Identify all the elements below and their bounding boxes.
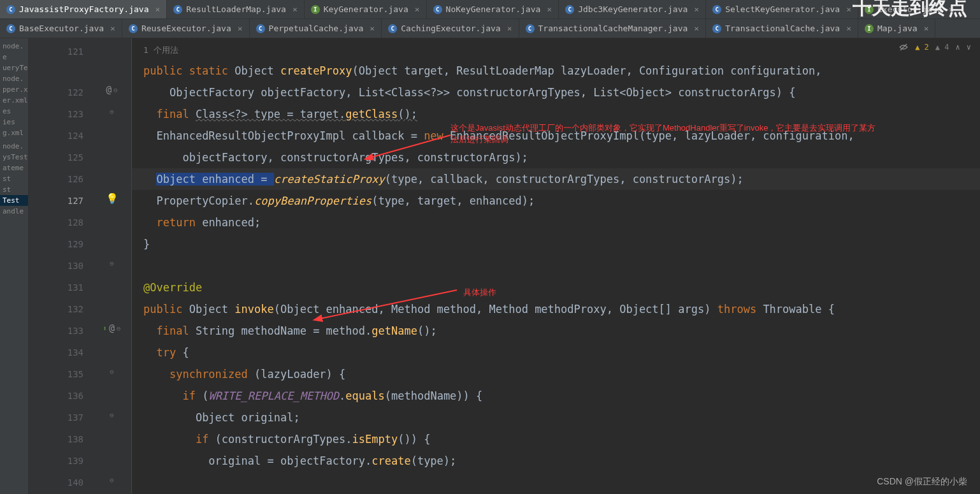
fold-icon[interactable]: ⊖	[110, 108, 114, 116]
project-item[interactable]: ies	[0, 117, 28, 127]
close-icon[interactable]: ×	[110, 24, 115, 33]
line-number[interactable]: 124	[29, 125, 92, 147]
project-item[interactable]: ysTest	[0, 152, 28, 163]
line-number[interactable]: 139	[29, 450, 92, 472]
fold-icon[interactable]: ⊖	[110, 368, 114, 376]
file-tab[interactable]: CBaseExecutor.java×	[0, 19, 122, 38]
gutter-marks[interactable]	[92, 166, 131, 187]
gutter-marks[interactable]	[92, 209, 131, 231]
file-tab[interactable]: IKeyGenerator.java×	[305, 0, 427, 18]
file-tab[interactable]: CJdbc3KeyGenerator.java×	[559, 0, 706, 18]
project-item[interactable]: st	[0, 184, 28, 195]
file-tab[interactable]: CSelectKeyGenerator.java×	[706, 0, 858, 18]
close-icon[interactable]: ×	[415, 4, 420, 14]
file-tab[interactable]: CResultLoaderMap.java×	[167, 0, 304, 18]
gutter-marks[interactable]	[92, 122, 131, 144]
line-number[interactable]: 126	[29, 168, 92, 190]
gutter-marks[interactable]: ⊖	[92, 404, 131, 426]
line-number[interactable]: 125	[29, 147, 92, 168]
gutter-marks[interactable]: ⊖	[92, 361, 131, 382]
close-icon[interactable]: ×	[924, 24, 929, 33]
close-icon[interactable]: ×	[155, 4, 161, 14]
bulb-icon[interactable]: 💡	[106, 193, 119, 205]
project-item[interactable]: andle	[0, 206, 28, 217]
line-number[interactable]: 128	[29, 212, 92, 233]
line-number[interactable]: 123	[29, 103, 92, 125]
project-item[interactable]: node.	[0, 41, 28, 52]
code-editor[interactable]: 1211221231241251261271281291301311321331…	[29, 38, 980, 494]
close-icon[interactable]: ×	[694, 4, 699, 14]
gutter-marks[interactable]: ⬆@⊖	[92, 317, 131, 339]
gutter-marks[interactable]	[92, 231, 131, 252]
fold-icon[interactable]: ⊖	[110, 411, 114, 419]
file-tab[interactable]: CJavassistProxyFactory.java×	[0, 0, 167, 18]
warning-icon[interactable]: ▲ 2	[915, 43, 929, 52]
project-item[interactable]: ateme	[0, 163, 28, 173]
project-sidebar[interactable]: node.eueryTenode.pper.xer.xmlesiesg.xmln…	[0, 38, 29, 494]
file-tab[interactable]: CTransactionalCache.java×	[706, 19, 858, 38]
close-icon[interactable]: ×	[846, 24, 851, 33]
up-icon[interactable]: ∧	[956, 43, 960, 52]
project-item[interactable]: es	[0, 106, 28, 117]
gutter-marks[interactable]: ⊖	[92, 469, 131, 491]
line-number[interactable]: 127	[29, 190, 92, 212]
project-item[interactable]: er.xml	[0, 95, 28, 106]
gutter-marks[interactable]	[92, 426, 131, 447]
close-icon[interactable]: ×	[846, 4, 851, 14]
file-tab[interactable]: CCachingExecutor.java×	[382, 19, 519, 38]
file-tab[interactable]: CTransactionalCacheManager.java×	[519, 19, 707, 38]
fold-icon[interactable]: ⊖	[110, 259, 114, 268]
close-icon[interactable]: ×	[547, 4, 552, 14]
line-number[interactable]: 133	[29, 320, 92, 342]
project-item[interactable]: node.	[0, 141, 28, 152]
line-number[interactable]: 132	[29, 298, 92, 320]
line-number[interactable]: 140	[29, 472, 92, 493]
fold-icon[interactable]: ⊖	[117, 324, 121, 333]
inspection-bar[interactable]: ▲ 2 ▲ 4 ∧ ∨	[898, 42, 971, 52]
fold-icon[interactable]: ⊖	[113, 86, 118, 94]
project-item[interactable]: ueryTe	[0, 62, 28, 73]
line-number[interactable]: 130	[29, 255, 92, 277]
gutter-marks[interactable]	[92, 382, 131, 404]
line-number[interactable]: 121	[29, 41, 92, 62]
line-number[interactable]: 135	[29, 363, 92, 385]
close-icon[interactable]: ×	[694, 24, 699, 33]
file-tab[interactable]: IMap.java×	[858, 19, 935, 38]
file-tab[interactable]: CNoKeyGenerator.java×	[427, 0, 559, 18]
gutter-marks[interactable]	[92, 274, 131, 296]
project-item[interactable]: Test	[0, 195, 28, 206]
gutter-marks[interactable]: ⊖	[92, 252, 131, 274]
line-number[interactable]: 129	[29, 233, 92, 255]
file-tab[interactable]: CReuseExecutor.java×	[122, 19, 250, 38]
project-item[interactable]: pper.x	[0, 84, 28, 95]
code-area[interactable]: ▲ 2 ▲ 4 ∧ ∨ 1 个用法 public static Object c…	[132, 38, 980, 494]
project-item[interactable]: node.	[0, 73, 28, 84]
override-up-icon[interactable]: ⬆	[103, 324, 107, 333]
gutter-marks[interactable]: 💡	[92, 187, 131, 209]
gutter-marks[interactable]	[92, 296, 131, 317]
gutter-marks[interactable]	[92, 144, 131, 166]
down-icon[interactable]: ∨	[967, 43, 971, 52]
gutter-marks[interactable]: @⊖	[92, 79, 131, 101]
close-icon[interactable]: ×	[507, 24, 512, 33]
line-number[interactable]: 131	[29, 277, 92, 298]
line-number[interactable]: 137	[29, 407, 92, 428]
close-icon[interactable]: ×	[238, 24, 243, 33]
file-tab[interactable]: CPerpetualCache.java×	[250, 19, 382, 38]
close-icon[interactable]: ×	[292, 4, 298, 14]
usage-hint[interactable]: 1 个用法	[132, 41, 980, 60]
gutter-marks[interactable]: ⊖	[92, 101, 131, 122]
gutter-marks[interactable]	[92, 339, 131, 361]
fold-icon[interactable]: ⊖	[110, 476, 114, 484]
project-item[interactable]: e	[0, 52, 28, 62]
line-number[interactable]: 136	[29, 385, 92, 407]
line-number[interactable]: 134	[29, 342, 92, 363]
line-number[interactable]: 138	[29, 428, 92, 450]
line-number[interactable]: 122	[29, 82, 92, 103]
eye-off-icon[interactable]	[898, 42, 909, 52]
weak-warning-icon[interactable]: ▲ 4	[935, 43, 949, 52]
close-icon[interactable]: ×	[370, 24, 375, 33]
project-item[interactable]: g.xml	[0, 127, 28, 138]
gutter-marks[interactable]	[92, 447, 131, 469]
project-item[interactable]: st	[0, 173, 28, 184]
